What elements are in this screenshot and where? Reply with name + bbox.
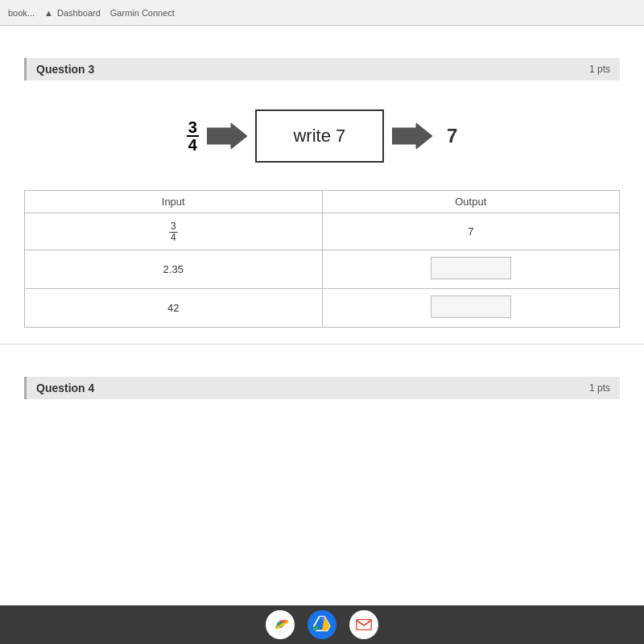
table-cell-input-3: 42 <box>25 289 323 328</box>
table-row: 42 <box>25 289 620 328</box>
table-row: 3 4 7 <box>25 213 620 250</box>
gmail-icon[interactable] <box>349 610 378 639</box>
main-content: Question 3 1 pts 3 4 write 7 <box>0 26 644 644</box>
output-arrow <box>392 122 432 151</box>
question-3-header: Question 3 1 pts <box>24 58 620 80</box>
svg-marker-1 <box>392 123 432 149</box>
input-arrow <box>207 122 247 151</box>
table-cell-output-3 <box>322 289 620 328</box>
table-cell-output-2 <box>322 250 620 289</box>
table-cell-input-1: 3 4 <box>25 213 323 250</box>
answer-box-3[interactable] <box>431 295 511 318</box>
question-4-header: Question 4 1 pts <box>24 377 620 399</box>
question-3-title: Question 3 <box>36 63 94 76</box>
diagram-area: 3 4 write 7 7 <box>24 93 620 187</box>
svg-marker-0 <box>207 123 247 149</box>
bookmark-garmin[interactable]: Garmin Connect <box>110 8 175 18</box>
table-row: 2.35 <box>25 250 620 289</box>
col-header-input: Input <box>25 191 323 213</box>
io-table: Input Output 3 4 7 2.35 <box>24 190 620 328</box>
col-header-output: Output <box>322 191 620 213</box>
output-value: 7 <box>447 125 457 147</box>
table-cell-output-1: 7 <box>322 213 620 250</box>
fraction-denominator: 4 <box>187 137 199 153</box>
question-3-container: Question 3 1 pts 3 4 write 7 <box>0 42 644 345</box>
taskbar <box>0 605 644 644</box>
write-box: write 7 <box>255 109 384 163</box>
table-frac-num-1: 3 <box>169 221 178 233</box>
table-frac-den-1: 4 <box>169 233 178 243</box>
drive-icon[interactable] <box>308 610 336 639</box>
table-cell-input-2: 2.35 <box>25 250 323 289</box>
question-3-pts: 1 pts <box>589 64 610 75</box>
answer-box-2[interactable] <box>431 257 511 279</box>
fraction-input: 3 4 <box>187 119 199 153</box>
table-fraction-1: 3 4 <box>169 221 178 243</box>
browser-chrome: book... ▲ Dashboard Garmin Connect <box>0 0 644 26</box>
fraction-numerator: 3 <box>187 119 199 137</box>
chrome-icon[interactable] <box>266 610 295 639</box>
bookmark-dashboard[interactable]: ▲ Dashboard <box>44 8 101 18</box>
question-4-title: Question 4 <box>36 382 94 394</box>
question-4-pts: 1 pts <box>589 382 610 394</box>
bookmark-book[interactable]: book... <box>8 8 35 18</box>
